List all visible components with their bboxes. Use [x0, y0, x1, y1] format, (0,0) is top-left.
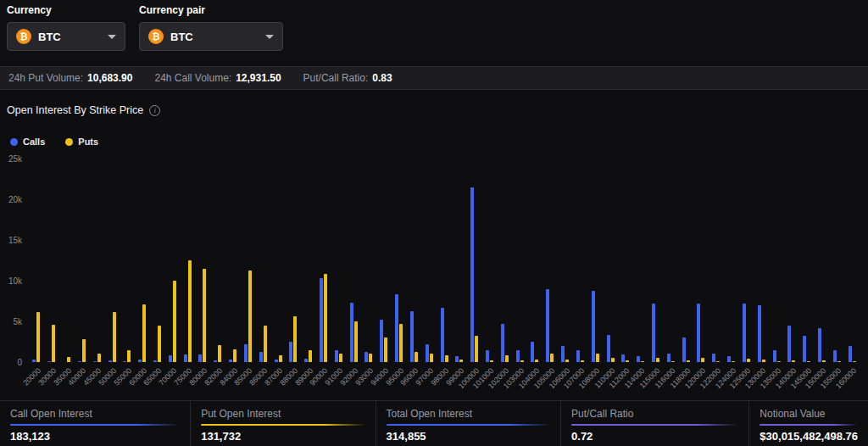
- bar-puts-40000: [82, 339, 86, 362]
- bitcoin-icon: ₿: [148, 29, 164, 44]
- put-open-interest-value: 131,732: [201, 430, 364, 443]
- put-call-ratio-footer-value: 0.72: [571, 430, 738, 443]
- bar-calls-97000: [426, 344, 429, 362]
- put-call-ratio-stat: Put/Call Ratio: 0.83: [303, 72, 392, 84]
- bar-calls-116000: [667, 354, 670, 362]
- currency-pair-label: Currency pair: [139, 4, 283, 16]
- bar-calls-107000: [576, 350, 580, 362]
- bar-calls-105000: [546, 289, 549, 362]
- bar-puts-96000: [415, 352, 418, 362]
- legend-item-puts[interactable]: Puts: [65, 137, 98, 147]
- currency-value: BTC: [38, 31, 101, 43]
- notional-value-value: $30,015,482,498.76: [760, 430, 858, 443]
- bar-puts-92000: [354, 321, 358, 362]
- legend-item-calls[interactable]: Calls: [10, 137, 45, 147]
- bar-calls-94000: [380, 320, 383, 362]
- currency-select[interactable]: ₿ BTC: [7, 22, 125, 51]
- total-open-interest-stat: Total Open Interest 314,855: [376, 401, 560, 446]
- bar-puts-45000: [97, 354, 101, 362]
- chevron-down-icon: [108, 35, 116, 39]
- call-volume-stat: 24h Call Volume: 12,931.50: [154, 72, 281, 84]
- bar-puts-86000: [264, 326, 267, 362]
- bar-calls-106000: [561, 346, 565, 362]
- summary-footer: Call Open Interest 183,123 Put Open Inte…: [0, 400, 868, 446]
- bar-calls-93000: [364, 352, 368, 362]
- legend-label: Puts: [78, 137, 98, 147]
- bar-calls-112000: [621, 354, 625, 362]
- bar-puts-90000: [324, 274, 327, 362]
- put-call-ratio-label: Put/Call Ratio:: [303, 72, 369, 84]
- notional-value-stat: Notional Value $30,015,482,498.76: [748, 401, 868, 446]
- put-call-ratio-footer-label: Put/Call Ratio: [571, 408, 738, 420]
- y-axis: 05k10k15k20k25k: [0, 159, 25, 362]
- bitcoin-icon: ₿: [16, 29, 31, 44]
- bar-calls-150000: [818, 328, 821, 362]
- bar-puts-97000: [430, 354, 433, 362]
- put-call-ratio-footer-stat: Put/Call Ratio 0.72: [560, 401, 748, 446]
- bar-calls-75000: [184, 354, 187, 362]
- total-open-interest-value: 314,855: [387, 430, 550, 443]
- bar-puts-80000: [203, 269, 206, 362]
- section-title: Open Interest By Strike Price: [7, 104, 143, 116]
- section-header: Open Interest By Strike Price i: [7, 104, 868, 116]
- bar-puts-87000: [279, 355, 282, 362]
- currency-pair-select[interactable]: ₿ BTC: [139, 22, 283, 51]
- bar-calls-115000: [652, 304, 655, 362]
- bar-calls-140000: [787, 326, 791, 362]
- bar-puts-85000: [248, 270, 252, 362]
- y-tick-label: 10k: [8, 276, 22, 286]
- bar-calls-92000: [350, 303, 353, 362]
- info-icon[interactable]: i: [149, 105, 160, 116]
- total-open-interest-underline: [387, 424, 550, 426]
- bar-puts-98000: [445, 355, 448, 362]
- puts-legend-dot-icon: [65, 138, 73, 146]
- bar-puts-82000: [218, 345, 221, 362]
- bar-calls-102000: [501, 324, 504, 362]
- bar-puts-65000: [158, 326, 161, 362]
- put-volume-value: 10,683.90: [87, 72, 132, 84]
- bar-calls-91000: [335, 350, 338, 362]
- call-open-interest-value: 183,123: [10, 430, 180, 443]
- currency-pair-control: Currency pair ₿ BTC: [139, 4, 283, 51]
- put-volume-stat: 24h Put Volume: 10,683.90: [8, 72, 132, 84]
- y-tick-label: 0: [17, 358, 22, 367]
- options-open-interest-dashboard: Currency ₿ BTC Currency pair ₿ BTC 24h P…: [0, 0, 868, 446]
- chevron-down-icon: [265, 35, 274, 39]
- bar-calls-96000: [410, 311, 414, 362]
- legend-label: Calls: [23, 137, 45, 147]
- call-open-interest-underline: [10, 424, 180, 426]
- currency-control: Currency ₿ BTC: [7, 4, 125, 51]
- currency-pair-value: BTC: [170, 31, 259, 43]
- bar-calls-104000: [531, 342, 534, 362]
- bar-calls-90000: [320, 278, 323, 362]
- y-tick-label: 20k: [8, 195, 22, 204]
- bar-puts-30000: [52, 325, 55, 362]
- bar-calls-130000: [758, 305, 761, 362]
- bar-puts-84000: [233, 349, 236, 362]
- open-interest-chart: 05k10k15k20k25k 200003000035000400004500…: [0, 159, 868, 398]
- bar-calls-101000: [486, 350, 489, 362]
- bar-calls-114000: [637, 356, 640, 362]
- bar-calls-135000: [773, 350, 776, 362]
- currency-label: Currency: [7, 4, 125, 16]
- volume-stats-bar: 24h Put Volume: 10,683.90 24h Call Volum…: [0, 66, 868, 90]
- bar-puts-88000: [293, 316, 297, 362]
- bar-calls-88000: [289, 342, 292, 362]
- bar-calls-145000: [803, 336, 806, 362]
- bar-puts-70000: [173, 281, 176, 362]
- bar-calls-103000: [516, 350, 520, 362]
- bar-calls-95000: [395, 294, 398, 362]
- put-open-interest-stat: Put Open Interest 131,732: [190, 401, 375, 446]
- bar-puts-60000: [142, 304, 146, 362]
- bar-calls-120000: [697, 304, 700, 362]
- y-tick-label: 25k: [8, 154, 22, 164]
- bar-calls-98000: [441, 308, 444, 362]
- bar-puts-105000: [550, 354, 554, 362]
- bar-calls-110000: [607, 335, 610, 362]
- bar-calls-160000: [849, 346, 852, 362]
- bar-puts-95000: [399, 324, 403, 362]
- bar-puts-50000: [113, 312, 116, 362]
- bar-calls-125000: [743, 304, 746, 362]
- top-controls: Currency ₿ BTC Currency pair ₿ BTC: [0, 0, 868, 59]
- bar-calls-80000: [198, 354, 202, 362]
